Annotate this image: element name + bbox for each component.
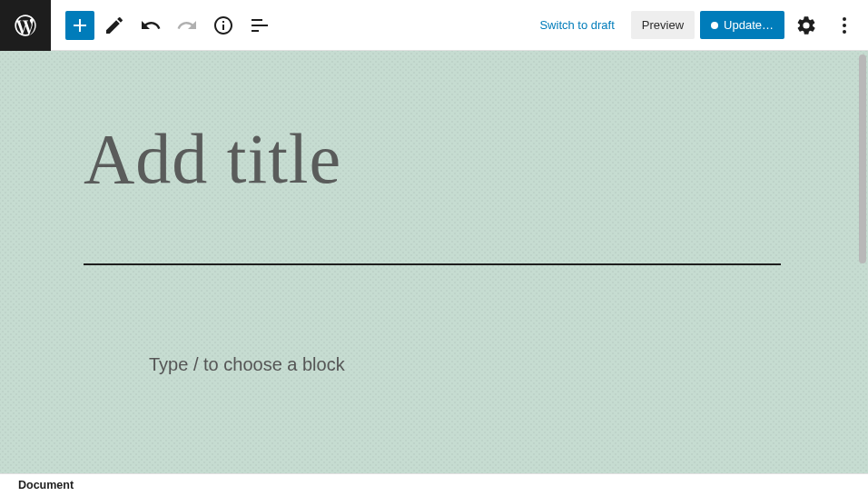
wordpress-logo[interactable] [0, 0, 51, 51]
edit-mode-button[interactable] [98, 9, 131, 42]
top-toolbar: Switch to draft Preview Update… [0, 0, 868, 51]
toolbar-right-group: Switch to draft Preview Update… [528, 9, 861, 42]
svg-point-0 [843, 17, 846, 21]
vertical-scrollbar[interactable] [859, 55, 866, 263]
separator-block[interactable] [84, 263, 781, 265]
pencil-icon [104, 15, 125, 36]
add-block-button[interactable] [65, 11, 94, 40]
redo-button[interactable] [171, 9, 203, 42]
paragraph-block-input[interactable] [149, 354, 637, 375]
details-button[interactable] [207, 9, 240, 42]
list-view-icon [249, 15, 271, 36]
svg-point-1 [843, 24, 846, 27]
gear-icon [795, 15, 817, 36]
info-icon [212, 15, 234, 36]
editor-canvas[interactable] [0, 51, 868, 473]
preview-button[interactable]: Preview [631, 11, 695, 39]
switch-to-draft-button[interactable]: Switch to draft [528, 11, 625, 39]
svg-point-2 [843, 30, 846, 34]
more-options-button[interactable] [828, 9, 861, 42]
editor-content [0, 51, 868, 448]
unsaved-indicator-icon [711, 22, 718, 29]
redo-icon [176, 15, 198, 36]
settings-button[interactable] [790, 9, 823, 42]
plus-icon [69, 15, 91, 36]
breadcrumb-document[interactable]: Document [18, 479, 74, 491]
kebab-menu-icon [833, 15, 855, 36]
undo-icon [140, 15, 162, 36]
footer-breadcrumb-bar: Document [0, 473, 868, 496]
toolbar-left-group [65, 9, 276, 42]
update-button-label: Update… [724, 18, 774, 32]
wordpress-icon [13, 13, 38, 38]
post-title-input[interactable] [84, 116, 781, 202]
update-button[interactable]: Update… [700, 11, 784, 39]
outline-button[interactable] [243, 9, 276, 42]
undo-button[interactable] [134, 9, 167, 42]
